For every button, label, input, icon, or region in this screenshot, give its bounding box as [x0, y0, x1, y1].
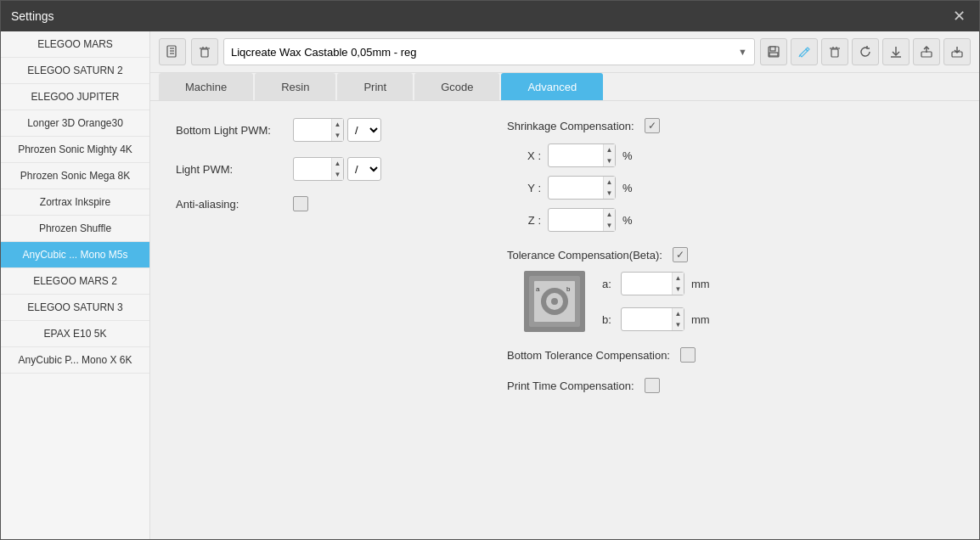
panel-content: Bottom Light PWM: 255 ▲ ▼ / — [150, 101, 979, 539]
bottom-light-pwm-down[interactable]: ▼ — [332, 130, 343, 141]
tolerance-a-label: a: — [602, 278, 614, 290]
light-pwm-row: Light PWM: 255 ▲ ▼ / — [176, 157, 456, 181]
bottom-light-pwm-arrows: ▲ ▼ — [331, 119, 343, 141]
shrinkage-x-label: X : — [524, 149, 541, 162]
tolerance-b-label: b: — [602, 313, 614, 326]
sidebar-item-phrozen-sonic-mega-8k[interactable]: Phrozen Sonic Mega 8K — [1, 163, 149, 189]
light-pwm-up[interactable]: ▲ — [332, 158, 343, 169]
shrinkage-fields: X : 101,100 ▲ ▼ % — [507, 143, 954, 232]
shrinkage-x-arrows: ▲ ▼ — [603, 144, 615, 166]
bottom-tolerance-row: Bottom Tolerance Compensation: — [507, 347, 954, 363]
tolerance-section: Tolerance Compensation(Beta): — [507, 247, 954, 332]
sidebar-item-anycubic-mono-m5s[interactable]: AnyCubic ... Mono M5s — [1, 242, 149, 268]
window-title: Settings — [11, 9, 54, 23]
sidebar-item-elegoo-jupiter[interactable]: ELEGOO JUPITER — [1, 84, 149, 110]
shrinkage-y-up[interactable]: ▲ — [604, 177, 615, 188]
svg-text:b: b — [566, 285, 571, 293]
tolerance-b-spinner: 0,030 ▲ ▼ — [621, 307, 684, 331]
tab-print[interactable]: Print — [337, 73, 413, 100]
tolerance-b-row: b: 0,030 ▲ ▼ mm — [602, 307, 710, 331]
shrinkage-x-down[interactable]: ▼ — [604, 155, 615, 166]
sidebar-item-epax-e10-5k[interactable]: EPAX E10 5K — [1, 321, 149, 347]
bottom-light-pwm-up[interactable]: ▲ — [332, 119, 343, 130]
sidebar-item-elegoo-saturn-2[interactable]: ELEGOO SATURN 2 — [1, 58, 149, 84]
light-pwm-spinner: 255 ▲ ▼ — [293, 157, 344, 181]
refresh-button[interactable] — [852, 38, 879, 65]
tabs: MachineResinPrintGcodeAdvanced — [150, 73, 979, 101]
shrinkage-x-row: X : 101,100 ▲ ▼ % — [524, 143, 954, 167]
svg-rect-10 — [769, 53, 778, 56]
close-button[interactable]: ✕ — [949, 7, 969, 25]
shrinkage-checkbox[interactable] — [645, 118, 660, 133]
light-pwm-label: Light PWM: — [176, 163, 286, 176]
save-button[interactable] — [760, 38, 787, 65]
tolerance-diagram: a b — [524, 271, 585, 332]
save-icon — [767, 45, 780, 59]
shrinkage-y-row: Y : 101,100 ▲ ▼ % — [524, 176, 954, 200]
tab-advanced[interactable]: Advanced — [501, 73, 603, 100]
light-pwm-down[interactable]: ▼ — [332, 169, 343, 180]
download-button[interactable] — [882, 38, 910, 65]
svg-rect-9 — [770, 47, 775, 51]
tolerance-label: Tolerance Compensation(Beta): — [507, 249, 662, 262]
shrinkage-x-percent: % — [622, 149, 633, 162]
bottom-light-pwm-label: Bottom Light PWM: — [176, 124, 286, 137]
tolerance-b-arrows: ▲ ▼ — [672, 308, 684, 330]
tolerance-b-up[interactable]: ▲ — [673, 308, 684, 319]
delete-profile-button[interactable] — [191, 38, 218, 65]
sidebar-item-phrozen-shuffle[interactable]: Phrozen Shuffle — [1, 216, 149, 242]
anti-aliasing-checkbox[interactable] — [293, 196, 308, 211]
settings-window: Settings ✕ ELEGOO MARSELEGOO SATURN 2ELE… — [0, 0, 980, 540]
sidebar-item-elegoo-mars-2[interactable]: ELEGOO MARS 2 — [1, 268, 149, 295]
shrinkage-z-arrows: ▲ ▼ — [603, 209, 615, 231]
refresh-icon — [859, 45, 872, 59]
svg-rect-4 — [201, 49, 208, 57]
sidebar-item-elegoo-mars[interactable]: ELEGOO MARS — [1, 31, 149, 58]
main-panel: Liqcreate Wax Castable 0,05mm - reg ▼ — [150, 31, 979, 539]
sidebar-item-elegoo-saturn-3[interactable]: ELEGOO SATURN 3 — [1, 295, 149, 321]
tolerance-b-down[interactable]: ▼ — [673, 319, 684, 330]
tolerance-b-mm: mm — [691, 313, 710, 326]
edit-button[interactable] — [791, 38, 818, 65]
shrinkage-label: Shrinkage Compensation: — [507, 120, 634, 132]
shrinkage-y-down[interactable]: ▼ — [604, 188, 615, 199]
print-time-label: Print Time Compensation: — [507, 380, 634, 392]
shrinkage-y-label: Y : — [524, 182, 541, 194]
export-button[interactable] — [913, 38, 940, 65]
import-button[interactable] — [943, 38, 971, 65]
svg-text:a: a — [536, 285, 540, 293]
tab-resin[interactable]: Resin — [255, 73, 335, 100]
shrinkage-z-spinner: 100,100 ▲ ▼ — [548, 208, 616, 232]
sidebar-item-longer-3d-orange30[interactable]: Longer 3D Orange30 — [1, 110, 149, 137]
left-section: Bottom Light PWM: 255 ▲ ▼ / — [176, 118, 456, 522]
shrinkage-y-arrows: ▲ ▼ — [603, 177, 615, 199]
bottom-light-pwm-row: Bottom Light PWM: 255 ▲ ▼ / — [176, 118, 456, 142]
dropdown-arrow-icon: ▼ — [738, 47, 747, 57]
new-profile-button[interactable] — [159, 38, 186, 65]
tolerance-checkbox[interactable] — [673, 247, 688, 262]
shrinkage-x-up[interactable]: ▲ — [604, 144, 615, 155]
toolbar-icon-group — [760, 38, 971, 65]
shrinkage-header: Shrinkage Compensation: — [507, 118, 954, 133]
sidebar-item-zortrax-inkspire[interactable]: Zortrax Inkspire — [1, 189, 149, 216]
shrinkage-y-percent: % — [622, 182, 633, 194]
print-time-checkbox[interactable] — [645, 378, 660, 393]
bottom-tolerance-checkbox[interactable] — [680, 347, 696, 363]
sidebar-item-anycubic-mono-x-6k[interactable]: AnyCubic P... Mono X 6K — [1, 347, 149, 374]
bottom-tolerance-label: Bottom Tolerance Compensation: — [507, 349, 670, 362]
delete2-button[interactable] — [821, 38, 848, 65]
tab-machine[interactable]: Machine — [159, 73, 253, 100]
profile-dropdown[interactable]: Liqcreate Wax Castable 0,05mm - reg ▼ — [223, 38, 755, 65]
tolerance-a-up[interactable]: ▲ — [673, 273, 684, 284]
shrinkage-z-up[interactable]: ▲ — [604, 209, 615, 220]
tolerance-body: a b a: -0,020 — [524, 271, 954, 332]
tab-gcode[interactable]: Gcode — [414, 73, 499, 100]
content-area: ELEGOO MARSELEGOO SATURN 2ELEGOO JUPITER… — [1, 31, 979, 539]
shrinkage-z-down[interactable]: ▼ — [604, 220, 615, 231]
tolerance-a-down[interactable]: ▼ — [673, 284, 684, 295]
shrinkage-z-percent: % — [622, 214, 633, 227]
bottom-light-pwm-spinner: 255 ▲ ▼ — [293, 118, 344, 142]
bottom-light-pwm-slash-select[interactable]: / — [347, 118, 381, 142]
light-pwm-slash-select[interactable]: / — [347, 157, 381, 181]
sidebar-item-phrozen-sonic-mighty-4k[interactable]: Phrozen Sonic Mighty 4K — [1, 137, 149, 163]
